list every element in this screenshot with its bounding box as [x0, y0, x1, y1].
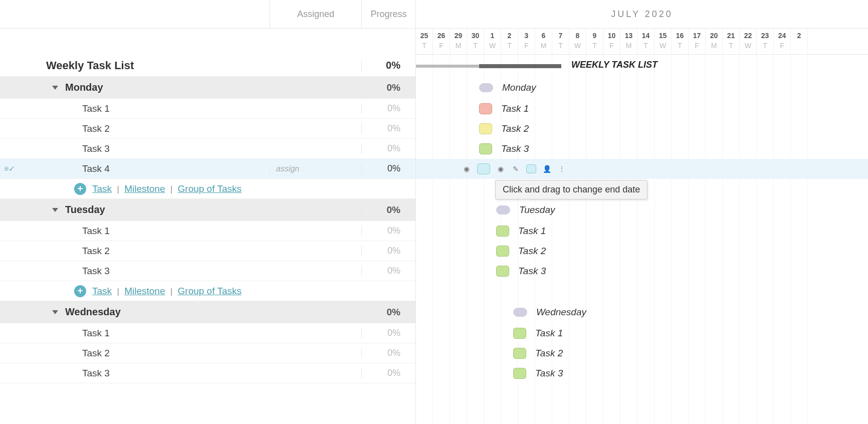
day-column: 23T	[757, 29, 774, 55]
task-progress: 0%	[361, 266, 415, 276]
task-bar[interactable]	[479, 123, 492, 134]
task-bar[interactable]	[479, 103, 492, 114]
project-progress: 0%	[361, 60, 415, 71]
day-column: 10F	[603, 29, 620, 55]
gantt-task-label: Task 3	[535, 368, 563, 379]
day-column: 13M	[620, 29, 637, 55]
column-header-assigned: Assigned	[270, 0, 361, 28]
task-name[interactable]: Task 1	[0, 103, 270, 114]
task-progress: 0%	[361, 348, 415, 358]
gantt-task-label: Task 1	[518, 226, 546, 237]
day-column: 3F	[518, 29, 535, 55]
group-pill[interactable]	[496, 205, 510, 215]
gantt-task-label: Task 1	[535, 328, 563, 339]
day-column: 22W	[740, 29, 757, 55]
day-column: 17F	[689, 29, 706, 55]
more-icon[interactable]: ⋮	[557, 164, 566, 173]
month-label: JULY 2020	[416, 0, 868, 29]
task-bar[interactable]	[477, 163, 490, 174]
row-drag-handle-icon[interactable]: ≡✓	[4, 164, 15, 173]
add-milestone-link[interactable]: Milestone	[124, 183, 165, 194]
task-name[interactable]: Task 3	[0, 368, 270, 379]
day-column: 29M	[450, 29, 467, 55]
gantt-group-label: Tuesday	[519, 204, 555, 216]
day-column: 21T	[723, 29, 740, 55]
color-picker-icon[interactable]	[526, 164, 536, 173]
task-bar[interactable]	[479, 143, 492, 154]
task-progress: 0%	[361, 226, 415, 236]
day-column: 2	[791, 29, 808, 55]
drag-start-icon[interactable]: ◉	[462, 164, 471, 173]
gantt-group-label: Wednesday	[536, 307, 586, 318]
day-column: 30T	[467, 29, 484, 55]
assign-cell[interactable]: assign	[270, 164, 361, 173]
task-bar[interactable]	[496, 266, 509, 277]
task-name[interactable]: Task 3	[0, 143, 270, 154]
day-column: 2T	[501, 29, 518, 55]
add-task-link[interactable]: Task	[92, 286, 112, 296]
task-progress: 0%	[361, 103, 415, 114]
task-progress: 0%	[361, 163, 415, 174]
day-column: 9T	[586, 29, 603, 55]
task-bar[interactable]	[496, 226, 509, 237]
task-progress: 0%	[361, 368, 415, 378]
drag-end-icon[interactable]: ◉	[496, 164, 505, 173]
day-column: 14T	[637, 29, 655, 55]
group-header-tuesday[interactable]: Tuesday	[0, 204, 270, 216]
add-icon[interactable]: +	[74, 285, 86, 297]
task-bar[interactable]	[496, 246, 509, 257]
assign-user-icon[interactable]: 👤	[542, 164, 551, 173]
add-milestone-link[interactable]: Milestone	[124, 286, 165, 296]
task-name[interactable]: Task 2	[0, 348, 270, 359]
add-task-link[interactable]: Task	[92, 183, 112, 194]
tooltip: Click and drag to change end date	[495, 180, 647, 199]
day-column: 25T	[416, 29, 433, 55]
group-pill[interactable]	[479, 83, 493, 92]
gantt-task-label: Task 2	[535, 348, 563, 359]
task-name[interactable]: Task 2	[0, 123, 270, 134]
project-gantt-label: WEEKLY TASK LIST	[571, 60, 658, 70]
add-icon[interactable]: +	[74, 183, 86, 195]
add-group-link[interactable]: Group of Tasks	[178, 286, 242, 296]
gantt-task-label: Task 3	[501, 143, 529, 154]
day-column: 20M	[706, 29, 723, 55]
task-name[interactable]: Task 1	[0, 328, 270, 339]
collapse-icon[interactable]	[52, 310, 58, 314]
collapse-icon[interactable]	[52, 208, 58, 212]
gantt-task-label: Task 3	[518, 266, 546, 277]
day-column: 15W	[655, 29, 672, 55]
day-column: 8W	[569, 29, 586, 55]
group-progress: 0%	[361, 204, 415, 216]
task-bar[interactable]	[513, 368, 526, 379]
task-progress: 0%	[361, 246, 415, 256]
edit-icon[interactable]: ✎	[511, 164, 520, 173]
task-name[interactable]: Task 2	[0, 246, 270, 257]
day-column: 7T	[552, 29, 569, 55]
task-progress: 0%	[361, 123, 415, 134]
column-header-progress: Progress	[361, 0, 415, 28]
task-name[interactable]: Task 3	[0, 266, 270, 277]
group-progress: 0%	[361, 82, 415, 93]
group-header-wednesday[interactable]: Wednesday	[0, 306, 270, 318]
collapse-icon[interactable]	[52, 86, 58, 90]
gantt-task-label: Task 2	[518, 246, 546, 257]
task-progress: 0%	[361, 143, 415, 154]
task-bar[interactable]	[513, 328, 526, 339]
day-column: 26F	[433, 29, 450, 55]
gantt-group-label: Monday	[502, 82, 536, 93]
add-group-link[interactable]: Group of Tasks	[178, 183, 242, 194]
gantt-task-label: Task 2	[501, 123, 529, 134]
task-progress: 0%	[361, 328, 415, 338]
task-bar[interactable]	[513, 348, 526, 359]
gantt-task-label: Task 1	[501, 103, 529, 114]
day-column: 24F	[774, 29, 791, 55]
project-title[interactable]: Weekly Task List	[0, 59, 270, 72]
task-name[interactable]: Task 4	[0, 163, 270, 174]
group-header-monday[interactable]: Monday	[0, 82, 270, 93]
group-progress: 0%	[361, 307, 415, 318]
task-name[interactable]: Task 1	[0, 226, 270, 237]
group-pill[interactable]	[513, 308, 527, 317]
day-column: 16T	[672, 29, 689, 55]
day-column: 1W	[484, 29, 501, 55]
day-column: 6M	[535, 29, 552, 55]
